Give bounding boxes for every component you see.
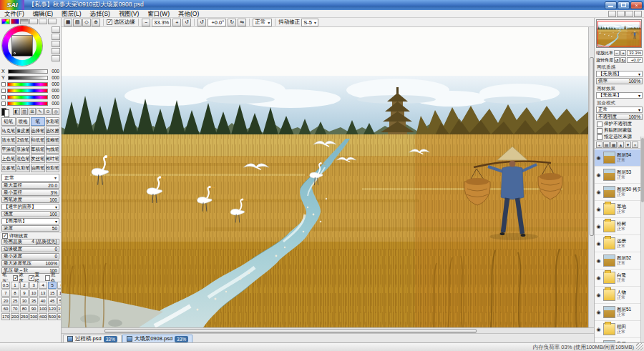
visibility-eye-icon[interactable]: ◉: [595, 310, 602, 315]
toolbar-icon-button[interactable]: ▦: [64, 19, 72, 26]
zoom-value[interactable]: 33.3%: [152, 19, 171, 26]
scratchpad-tab-icon[interactable]: [48, 19, 57, 24]
brush-param-slider[interactable]: 画笔浓度 100: [1, 197, 59, 203]
mini-tool-icon[interactable]: ▥: [21, 108, 28, 115]
brush-size-cell[interactable]: 20: [1, 297, 10, 305]
brush-size-cell[interactable]: 5: [48, 282, 57, 289]
nav-rotate-cw-button[interactable]: ↻: [620, 57, 626, 63]
layer-item[interactable]: ◉ 松树 正常: [595, 218, 644, 235]
mini-tool-icon[interactable]: ◎: [52, 108, 59, 115]
brush-size-cell[interactable]: 90: [29, 305, 38, 312]
layer-option-checkbox[interactable]: [597, 122, 602, 127]
brush-size-cell[interactable]: 1: [11, 282, 19, 289]
slider-toggle[interactable]: [1, 95, 6, 99]
slider-toggle[interactable]: [1, 82, 6, 86]
brush-param-slider[interactable]: 最大直径 20.0: [1, 182, 59, 189]
layer-tool-button[interactable]: ▲: [618, 142, 624, 148]
background-color-swatch[interactable]: [4, 109, 9, 117]
advanced-param[interactable]: 最大浓度笔压 100%: [1, 260, 59, 267]
document-tab[interactable]: 过程稿.psd 33%: [63, 335, 122, 342]
brush-tool[interactable]: 清水笔: [1, 136, 16, 144]
brush-size-cell[interactable]: 45: [48, 297, 57, 305]
toolbar-icon-button[interactable]: ⊕: [92, 19, 100, 26]
stabilizer-dropdown[interactable]: S-5▾: [301, 19, 318, 26]
brush-size-cell[interactable]: 17: [57, 290, 62, 297]
brush-size-cell[interactable]: 15: [48, 290, 57, 297]
material-effect-dropdown[interactable]: 【无效果】 ▾: [596, 92, 643, 99]
paper-scale-slider[interactable]: 倍率 100%: [596, 78, 643, 84]
horizontal-scrollbar[interactable]: [62, 327, 594, 333]
color-slider[interactable]: [7, 89, 48, 93]
brush-tool[interactable]: 平涂笔: [1, 145, 16, 154]
brush-shape-dropdown[interactable]: 【通常的圆形】 ▾: [1, 204, 59, 210]
brush-size-cell[interactable]: 3: [29, 282, 38, 289]
toolbar-icon-button[interactable]: ◇: [82, 19, 91, 26]
visibility-eye-icon[interactable]: ◉: [595, 258, 602, 264]
layer-list-scrollbar-thumb[interactable]: [641, 138, 644, 202]
color-slider[interactable]: [7, 82, 48, 86]
layer-item[interactable]: ◉ 远景 正常: [595, 235, 644, 252]
visibility-eye-icon[interactable]: ◉: [595, 189, 602, 195]
selection-blend-dropdown[interactable]: 正常▾: [253, 19, 272, 26]
brush-size-cell[interactable]: 40: [39, 297, 47, 305]
color-option-button[interactable]: [52, 41, 60, 47]
visibility-eye-icon[interactable]: ◉: [595, 241, 602, 247]
window-resize-grip[interactable]: [636, 343, 643, 350]
visibility-eye-icon[interactable]: ◉: [595, 224, 602, 229]
brush-size-cell[interactable]: 4: [39, 282, 47, 289]
mini-tool-icon[interactable]: ⊙: [44, 108, 52, 115]
title-bar[interactable]: SAI 【私事】秋事大采\0910或\大场景0908.psd ×: [0, 0, 644, 10]
brush-tool[interactable]: 笔: [31, 117, 45, 126]
visibility-eye-icon[interactable]: ◉: [595, 172, 602, 178]
layer-item[interactable]: ◉ 稻田 正常: [595, 321, 644, 338]
brush-size-cell[interactable]: 150: [57, 305, 62, 312]
brush-shape-strength[interactable]: 强度 100: [1, 211, 59, 217]
y-slider[interactable]: [8, 76, 48, 80]
color-option-button[interactable]: [52, 34, 60, 40]
layer-item[interactable]: ◉ 草地 正常: [595, 201, 644, 218]
color-mixer-tab-icon[interactable]: [29, 19, 38, 24]
layer-tool-button[interactable]: ×: [632, 142, 638, 148]
swatches-tab-icon[interactable]: [39, 19, 47, 24]
canvas-viewport[interactable]: [62, 27, 588, 327]
advanced-param[interactable]: 边缘硬度 0: [1, 246, 59, 252]
menu-item[interactable]: 选择(S): [86, 10, 114, 18]
layer-option-checkbox[interactable]: [597, 128, 602, 134]
brush-tool[interactable]: 马克笔: [1, 127, 16, 135]
brush-size-cell[interactable]: 400: [39, 313, 47, 320]
menu-item[interactable]: 其他(O): [174, 10, 203, 18]
brush-size-cell[interactable]: 100: [39, 305, 47, 312]
brush-size-cell[interactable]: 60: [1, 305, 10, 312]
layer-tool-button[interactable]: ▦: [610, 142, 617, 148]
brush-tool[interactable]: 油画笔: [31, 164, 45, 172]
pressure-checkbox[interactable]: [45, 275, 50, 281]
minimize-button[interactable]: [605, 1, 617, 9]
flip-horizontal-button[interactable]: ⇋: [238, 19, 246, 26]
zoom-in-button[interactable]: +: [172, 19, 181, 26]
brush-size-cell[interactable]: 50: [57, 297, 62, 305]
layer-list-scrollbar[interactable]: [640, 137, 644, 342]
brush-size-cell[interactable]: 6: [57, 282, 62, 289]
canvas-artwork[interactable]: [62, 27, 588, 327]
brush-texture-dropdown[interactable]: 【画用纸】 ▾: [1, 218, 59, 224]
brush-size-cell[interactable]: 500: [48, 313, 57, 320]
rgb-slider-tab-icon[interactable]: [11, 19, 19, 24]
brush-size-cell[interactable]: 200: [11, 313, 19, 320]
menu-item[interactable]: 窗口(W): [143, 10, 174, 18]
visibility-eye-icon[interactable]: ◉: [595, 327, 602, 332]
advanced-settings-checkbox[interactable]: [2, 233, 8, 239]
maximize-button[interactable]: [618, 1, 630, 9]
slider-toggle[interactable]: [1, 89, 6, 93]
menu-item[interactable]: 视图(V): [114, 10, 143, 18]
visibility-eye-icon[interactable]: ◉: [595, 207, 602, 212]
nav-zoom-in-button[interactable]: +: [620, 50, 626, 56]
brush-tool[interactable]: 模糊笔: [46, 136, 60, 144]
pressure-checkbox[interactable]: [29, 275, 34, 281]
brush-size-cell[interactable]: 13: [39, 290, 47, 297]
brush-tool[interactable]: 粉彩笔: [46, 164, 60, 172]
brush-tool[interactable]: 水彩笔: [46, 117, 60, 126]
layer-item[interactable]: ◉ 图层54 正常: [595, 149, 644, 167]
rotate-cw-button[interactable]: ↻: [228, 19, 236, 26]
brush-tool[interactable]: 选区擦: [46, 127, 60, 135]
brush-tool[interactable]: 喷枪: [16, 117, 31, 126]
